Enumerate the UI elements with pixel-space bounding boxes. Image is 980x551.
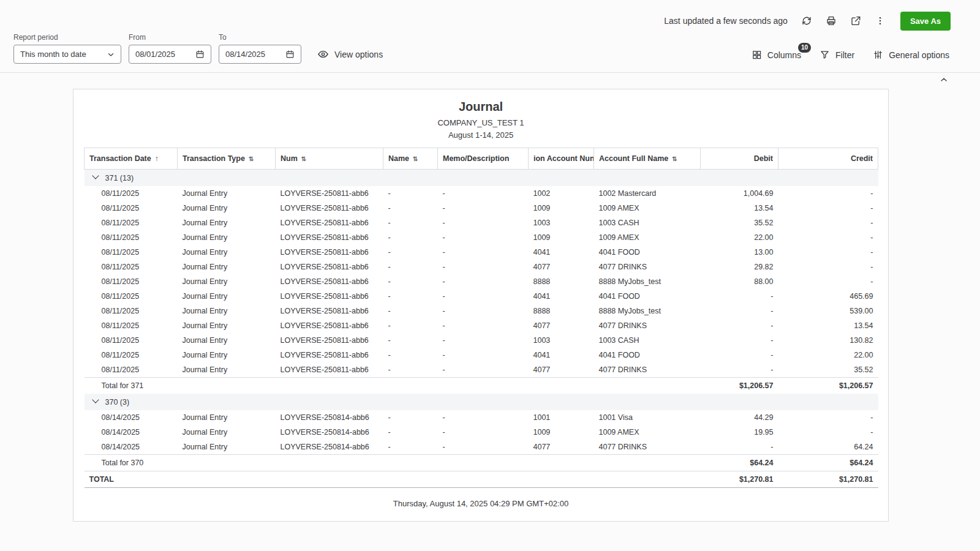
export-button[interactable] (848, 13, 864, 29)
general-options-button[interactable]: General options (873, 50, 949, 60)
group-total-label: Total for 371 (85, 378, 701, 394)
columns-count-badge: 10 (798, 43, 811, 53)
from-date-input[interactable] (135, 50, 188, 59)
table-row[interactable]: 08/11/2025Journal EntryLOYVERSE-250811-a… (85, 216, 878, 230)
table-row[interactable]: 08/11/2025Journal EntryLOYVERSE-250811-a… (85, 318, 878, 333)
table-row[interactable]: 08/14/2025Journal EntryLOYVERSE-250814-a… (85, 440, 878, 455)
cell-account-full-name: 1009 AMEX (594, 201, 701, 216)
column-header-transaction-type[interactable]: Transaction Type⇅ (178, 148, 276, 170)
grand-total-label: TOTAL (85, 471, 701, 488)
report-card: Journal COMPANY_US_TEST 1 August 1-14, 2… (73, 89, 889, 522)
cell-memo-description: - (438, 410, 529, 425)
cell-account-num: 4041 (529, 245, 594, 260)
print-button[interactable] (823, 13, 839, 29)
cell-name: - (383, 245, 438, 260)
table-row[interactable]: 08/11/2025Journal EntryLOYVERSE-250811-a… (85, 186, 878, 201)
column-header-credit[interactable]: Credit (778, 148, 878, 170)
report-period-select[interactable]: This month to date (13, 45, 121, 64)
column-header-transaction-date[interactable]: Transaction Date↑ (85, 148, 178, 170)
columns-label: Columns (767, 50, 801, 60)
cell-account-num: 1002 (529, 186, 594, 201)
table-row[interactable]: 08/11/2025Journal EntryLOYVERSE-250811-a… (85, 260, 878, 274)
cell-credit: 539.00 (778, 304, 878, 318)
filter-button[interactable]: Filter (820, 50, 854, 60)
calendar-icon[interactable] (195, 50, 205, 59)
cell-debit: 1,004.69 (701, 186, 778, 201)
cell-credit: - (778, 230, 878, 245)
collapse-toolbar-button[interactable] (937, 73, 951, 86)
cell-transaction-date: 08/11/2025 (85, 333, 178, 348)
cell-account-full-name: 4041 FOOD (594, 289, 701, 304)
cell-memo-description: - (438, 348, 529, 362)
cell-debit: 35.52 (701, 216, 778, 230)
group-label: 371 (13) (105, 174, 134, 182)
report-period: August 1-14, 2025 (74, 130, 888, 140)
table-row[interactable]: 08/14/2025Journal EntryLOYVERSE-250814-a… (85, 410, 878, 425)
cell-num: LOYVERSE-250811-abb6 (276, 318, 383, 333)
cell-num: LOYVERSE-250811-abb6 (276, 333, 383, 348)
cell-num: LOYVERSE-250814-abb6 (276, 440, 383, 455)
column-header-num[interactable]: Num⇅ (276, 148, 383, 170)
columns-button[interactable]: Columns 10 (752, 50, 801, 60)
journal-table: Transaction Date↑Transaction Type⇅Num⇅Na… (84, 148, 878, 488)
export-icon (850, 15, 861, 26)
to-date-input-wrap[interactable] (219, 45, 301, 64)
report-title: Journal (74, 100, 888, 114)
cell-memo-description: - (438, 425, 529, 440)
cell-credit: - (778, 425, 878, 440)
cell-credit: - (778, 260, 878, 274)
column-header-debit[interactable]: Debit (701, 148, 778, 170)
column-header-memo-description[interactable]: Memo/Description (438, 148, 529, 170)
cell-memo-description: - (438, 333, 529, 348)
cell-debit: - (701, 304, 778, 318)
cell-name: - (383, 274, 438, 289)
cell-transaction-date: 08/11/2025 (85, 260, 178, 274)
table-row[interactable]: 08/11/2025Journal EntryLOYVERSE-250811-a… (85, 304, 878, 318)
cell-credit: 35.52 (778, 362, 878, 378)
table-row[interactable]: 08/11/2025Journal EntryLOYVERSE-250811-a… (85, 274, 878, 289)
table-row[interactable]: 08/11/2025Journal EntryLOYVERSE-250811-a… (85, 333, 878, 348)
from-date-input-wrap[interactable] (129, 45, 211, 64)
cell-credit: - (778, 410, 878, 425)
table-row[interactable]: 08/11/2025Journal EntryLOYVERSE-250811-a… (85, 245, 878, 260)
cell-transaction-type: Journal Entry (178, 304, 276, 318)
sort-toggle-icon: ⇅ (249, 156, 254, 162)
column-header-account-num[interactable]: ion Account Nun (529, 148, 594, 170)
table-row[interactable]: 08/11/2025Journal EntryLOYVERSE-250811-a… (85, 348, 878, 362)
calendar-icon[interactable] (285, 50, 295, 59)
cell-account-full-name: 1009 AMEX (594, 425, 701, 440)
table-row[interactable]: 08/11/2025Journal EntryLOYVERSE-250811-a… (85, 201, 878, 216)
chevron-down-icon[interactable] (92, 396, 99, 403)
cell-credit: 13.54 (778, 318, 878, 333)
cell-account-num: 8888 (529, 304, 594, 318)
filter-toolbar: Report period This month to date From T (0, 32, 980, 72)
cell-num: LOYVERSE-250811-abb6 (276, 216, 383, 230)
group-header-row[interactable]: 370 (3) (85, 394, 878, 410)
group-header-row[interactable]: 371 (13) (85, 170, 878, 187)
column-header-account-full-name[interactable]: Account Full Name⇅ (594, 148, 701, 170)
sort-toggle-icon: ⇅ (413, 156, 418, 162)
cell-account-num: 4041 (529, 348, 594, 362)
refresh-button[interactable] (799, 13, 815, 29)
cell-transaction-date: 08/11/2025 (85, 186, 178, 201)
cell-transaction-type: Journal Entry (178, 274, 276, 289)
more-options-button[interactable] (872, 13, 888, 29)
to-date-input[interactable] (225, 50, 278, 59)
table-row[interactable]: 08/11/2025Journal EntryLOYVERSE-250811-a… (85, 289, 878, 304)
column-label: Transaction Date (89, 154, 151, 163)
column-header-name[interactable]: Name⇅ (383, 148, 438, 170)
table-row[interactable]: 08/14/2025Journal EntryLOYVERSE-250814-a… (85, 425, 878, 440)
column-label: Debit (754, 154, 773, 163)
cell-memo-description: - (438, 245, 529, 260)
chevron-down-icon[interactable] (92, 172, 99, 179)
cell-credit: - (778, 274, 878, 289)
cell-num: LOYVERSE-250811-abb6 (276, 245, 383, 260)
cell-transaction-type: Journal Entry (178, 230, 276, 245)
cell-transaction-date: 08/14/2025 (85, 425, 178, 440)
table-row[interactable]: 08/11/2025Journal EntryLOYVERSE-250811-a… (85, 362, 878, 378)
save-as-button[interactable]: Save As (900, 12, 951, 31)
view-options-button[interactable]: View options (317, 45, 383, 64)
cell-debit: 22.00 (701, 230, 778, 245)
table-row[interactable]: 08/11/2025Journal EntryLOYVERSE-250811-a… (85, 230, 878, 245)
column-label: ion Account Nun (533, 154, 594, 163)
